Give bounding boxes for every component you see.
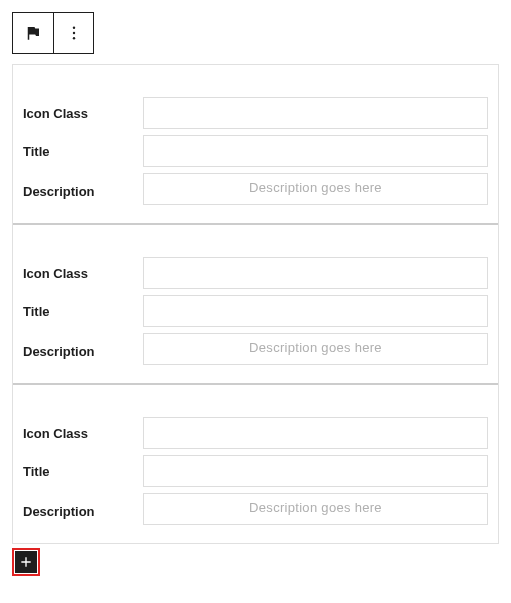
- icon-class-input[interactable]: [143, 417, 488, 449]
- title-label: Title: [23, 144, 143, 159]
- icon-class-label: Icon Class: [23, 426, 143, 441]
- description-input[interactable]: [143, 173, 488, 205]
- svg-point-1: [72, 32, 74, 34]
- svg-point-0: [72, 27, 74, 29]
- feature-item: Icon Class Title Description: [13, 223, 498, 383]
- title-input[interactable]: [143, 295, 488, 327]
- title-label: Title: [23, 464, 143, 479]
- add-item-highlight: [12, 548, 40, 576]
- description-label: Description: [23, 504, 143, 519]
- description-label: Description: [23, 344, 143, 359]
- more-options-button[interactable]: [53, 13, 93, 53]
- feature-item: Icon Class Title Description: [13, 383, 498, 543]
- description-input[interactable]: [143, 333, 488, 365]
- add-item-button[interactable]: [15, 551, 37, 573]
- icon-class-input[interactable]: [143, 257, 488, 289]
- flag-icon: [24, 24, 42, 42]
- title-label: Title: [23, 304, 143, 319]
- block-toolbar: [12, 12, 94, 54]
- svg-point-2: [72, 37, 74, 39]
- icon-class-label: Icon Class: [23, 106, 143, 121]
- description-input[interactable]: [143, 493, 488, 525]
- plus-icon: [18, 554, 34, 570]
- block-type-button[interactable]: [13, 13, 53, 53]
- icon-class-label: Icon Class: [23, 266, 143, 281]
- icon-class-input[interactable]: [143, 97, 488, 129]
- description-label: Description: [23, 184, 143, 199]
- block-panel: Icon Class Title Description Icon Class …: [12, 64, 499, 544]
- title-input[interactable]: [143, 455, 488, 487]
- title-input[interactable]: [143, 135, 488, 167]
- feature-item: Icon Class Title Description: [13, 65, 498, 223]
- more-vertical-icon: [65, 24, 83, 42]
